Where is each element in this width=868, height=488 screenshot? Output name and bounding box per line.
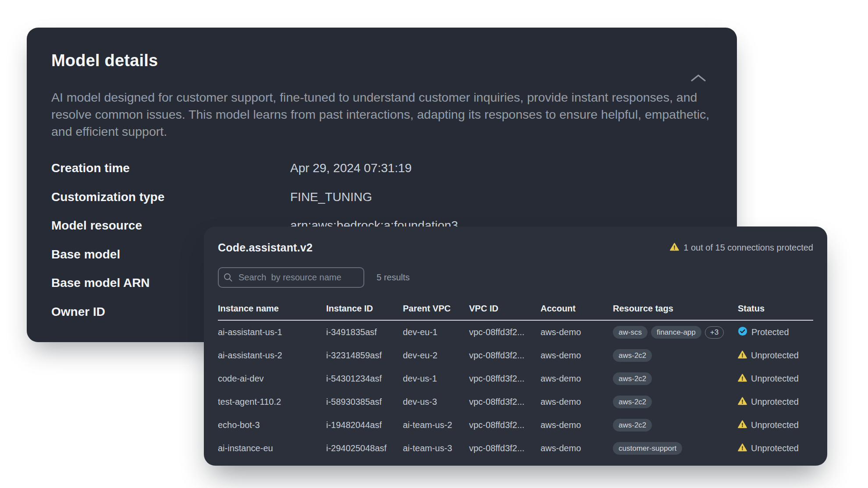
status-badge: Unprotected [738,374,813,384]
column-header: Status [738,304,813,314]
cell-resource-tags: aw-scsfinance-app+3 [613,326,738,339]
table-row: test-agent-110.2 i-58930385asf dev-us-3 … [218,390,813,414]
cell-instance-id: i-58930385asf [326,397,403,407]
cell-parent-vpc: dev-eu-1 [403,327,469,337]
cell-instance-id: i-294025048asf [326,443,403,453]
status-label: Protected [751,327,789,337]
column-header: Parent VPC [403,304,469,314]
cell-account: aws-demo [541,327,613,337]
model-field-row: Customization type FINE_TUNING [51,190,712,219]
cell-account: aws-demo [541,350,613,361]
cell-vpc-id: vpc-08ffd3f2... [469,420,541,430]
cell-resource-tags: aws-2c2 [613,419,738,431]
warning-triangle-icon [670,243,679,253]
table-header-row: Instance nameInstance IDParent VPCVPC ID… [218,304,813,321]
status-badge: Unprotected [738,397,813,407]
model-details-title: Model details [51,50,712,71]
chevron-up-icon [690,74,707,84]
connections-warning: 1 out of 15 connections protected [670,243,813,253]
column-header: VPC ID [469,304,541,314]
warning-triangle-icon [738,350,747,361]
model-description: AI model designed for customer support, … [51,89,712,140]
cell-vpc-id: vpc-08ffd3f2... [469,397,541,407]
status-badge: Unprotected [738,420,813,431]
cell-resource-tags: aws-2c2 [613,349,738,362]
cell-vpc-id: vpc-08ffd3f2... [469,443,541,453]
search-box [218,267,364,288]
cell-instance-name: code-ai-dev [218,374,326,384]
status-badge: Protected [738,326,813,338]
cell-account: aws-demo [541,374,613,384]
cell-instance-name: echo-bot-3 [218,420,326,430]
field-label: Creation time [51,161,290,175]
table-row: ai-assistant-us-1 i-3491835asf dev-eu-1 … [218,321,813,344]
search-input[interactable] [218,267,364,288]
field-value: FINE_TUNING [290,190,372,204]
connections-warning-text: 1 out of 15 connections protected [683,243,813,253]
connections-panel: Code.assistant.v2 1 out of 15 connection… [204,226,827,466]
column-header: Instance name [218,304,326,314]
resource-tag: finance-app [651,326,701,339]
status-badge: Unprotected [738,443,813,454]
resource-tag: aws-2c2 [613,396,652,408]
cell-instance-name: ai-instance-eu [218,443,326,453]
cell-instance-id: i-32314859asf [326,350,403,361]
cell-account: aws-demo [541,420,613,430]
cell-resource-tags: aws-2c2 [613,372,738,385]
status-label: Unprotected [751,420,799,430]
cell-account: aws-demo [541,397,613,407]
cell-resource-tags: aws-2c2 [613,396,738,408]
resource-tag: customer-support [613,442,682,455]
warning-triangle-icon [738,397,747,407]
cell-parent-vpc: dev-us-1 [403,374,469,384]
model-field-row: Creation time Apr 29, 2024 07:31:19 [51,161,712,190]
cell-instance-name: ai-assistant-us-2 [218,350,326,361]
protected-check-icon [738,326,747,338]
warning-triangle-icon [738,443,747,454]
field-value: Apr 29, 2024 07:31:19 [290,161,412,175]
status-badge: Unprotected [738,350,813,361]
cell-account: aws-demo [541,443,613,453]
cell-parent-vpc: ai-team-us-3 [403,443,469,453]
connections-title: Code.assistant.v2 [218,241,313,254]
column-header: Resource tags [613,304,738,314]
column-header: Account [541,304,613,314]
collapse-panel-button[interactable] [687,70,710,87]
cell-vpc-id: vpc-08ffd3f2... [469,350,541,361]
cell-resource-tags: customer-support [613,442,738,455]
cell-instance-id: i-3491835asf [326,327,403,337]
cell-instance-id: i-19482044asf [326,420,403,430]
column-header: Instance ID [326,304,403,314]
search-icon [224,273,233,284]
resource-tag: aw-scs [613,326,647,339]
resource-tag: aws-2c2 [613,419,652,431]
status-label: Unprotected [751,443,799,453]
warning-triangle-icon [738,374,747,384]
table-row: ai-instance-eu i-294025048asf ai-team-us… [218,437,813,460]
field-label: Customization type [51,190,290,204]
cell-vpc-id: vpc-08ffd3f2... [469,374,541,384]
table-row: ai-assistant-us-2 i-32314859asf dev-eu-2… [218,344,813,367]
search-row: 5 results [218,267,813,288]
status-label: Unprotected [751,397,799,407]
status-label: Unprotected [751,350,799,361]
table-row: code-ai-dev i-54301234asf dev-us-1 vpc-0… [218,367,813,390]
cell-instance-name: test-agent-110.2 [218,397,326,407]
status-label: Unprotected [751,374,799,384]
more-tags-pill[interactable]: +3 [705,326,724,339]
warning-triangle-icon [738,420,747,431]
cell-parent-vpc: dev-us-3 [403,397,469,407]
cell-instance-id: i-54301234asf [326,374,403,384]
cell-parent-vpc: ai-team-us-2 [403,420,469,430]
resource-tag: aws-2c2 [613,372,652,385]
resource-tag: aws-2c2 [613,349,652,362]
connections-header: Code.assistant.v2 1 out of 15 connection… [218,241,813,254]
cell-vpc-id: vpc-08ffd3f2... [469,327,541,337]
cell-instance-name: ai-assistant-us-1 [218,327,326,337]
table-body: ai-assistant-us-1 i-3491835asf dev-eu-1 … [218,321,813,460]
table-row: echo-bot-3 i-19482044asf ai-team-us-2 vp… [218,414,813,437]
cell-parent-vpc: dev-eu-2 [403,350,469,361]
results-count: 5 results [377,272,410,283]
connections-table: Instance nameInstance IDParent VPCVPC ID… [218,304,813,460]
